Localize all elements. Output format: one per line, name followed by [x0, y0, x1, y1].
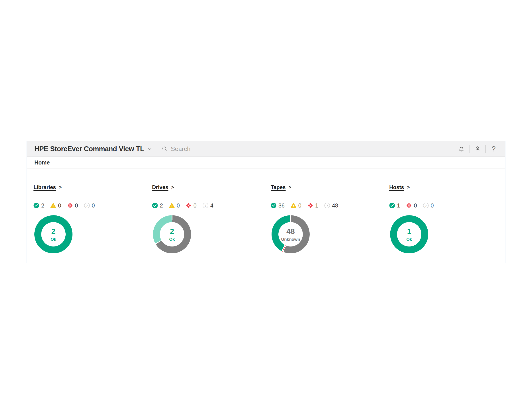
donut-center: 2 Ok [41, 222, 66, 247]
status-row: 10?0 [389, 203, 499, 208]
status-count: 0 [75, 202, 78, 209]
tapes-link[interactable]: Tapes [271, 184, 286, 190]
chevron-right-icon[interactable]: > [407, 184, 410, 190]
help-button[interactable]: ? [486, 141, 502, 157]
libraries-donut-chart: 2 Ok [34, 215, 72, 253]
donut-center-value: 2 [170, 228, 174, 235]
search-box [162, 145, 453, 153]
drives-donut-chart: 2 Ok [153, 215, 191, 253]
card-top-rule [389, 181, 499, 181]
hosts-link[interactable]: Hosts [389, 184, 404, 190]
donut-center-value: 48 [286, 228, 295, 235]
donut-center: 1 Ok [397, 222, 421, 247]
donut-center-label: Ok [406, 237, 412, 241]
svg-text:?: ? [425, 204, 427, 207]
status-item-warning: 0 [169, 202, 180, 209]
status-item-unknown: ?4 [203, 202, 214, 209]
card-header: Tapes > [271, 184, 380, 191]
warning-triangle-icon [169, 203, 175, 208]
check-circle-icon [389, 203, 395, 208]
donut-center-label: Ok [51, 237, 56, 241]
help-icon: ? [492, 145, 496, 153]
status-count: 4 [210, 202, 214, 209]
card-drives: Drives > 200?4 2 Ok [152, 181, 261, 253]
status-row: 200?0 [33, 203, 143, 208]
chevron-right-icon[interactable]: > [289, 184, 291, 190]
unknown-circle-icon: ? [324, 203, 330, 208]
donut-center: 48 Unknown [279, 222, 303, 247]
status-count: 2 [41, 202, 44, 209]
status-count: 0 [298, 202, 301, 209]
status-count: 0 [194, 202, 197, 209]
critical-diamond-icon [406, 203, 412, 208]
status-item-critical: 0 [67, 202, 78, 209]
status-count: 0 [177, 202, 180, 209]
card-tapes: Tapes > 3601?48 48 Unknown [271, 181, 380, 253]
donut-center-label: Unknown [281, 237, 300, 241]
hosts-donut-chart: 1 Ok [390, 215, 428, 253]
search-input[interactable] [170, 145, 286, 153]
breadcrumb-bar: Home [27, 157, 505, 168]
check-circle-icon [152, 203, 158, 208]
app-title-menu[interactable]: HPE StoreEver Command View TL [34, 145, 152, 153]
user-icon [474, 146, 481, 152]
page-title: HPE StoreEver Command View TL [34, 145, 144, 153]
card-top-rule [271, 181, 380, 181]
chevron-right-icon[interactable]: > [59, 184, 62, 190]
status-item-unknown: ?48 [324, 202, 338, 209]
unknown-circle-icon: ? [84, 203, 90, 208]
bell-icon [458, 146, 465, 152]
status-item-warning: 0 [291, 202, 301, 209]
status-item-ok: 1 [389, 202, 400, 209]
status-count: 48 [332, 202, 338, 209]
notifications-button[interactable] [453, 141, 469, 157]
tapes-donut-chart: 48 Unknown [272, 215, 310, 253]
card-header: Drives > [152, 184, 261, 191]
warning-triangle-icon [50, 203, 56, 208]
status-item-critical: 1 [307, 202, 318, 209]
warning-triangle-icon [291, 203, 296, 208]
status-item-critical: 0 [186, 202, 197, 209]
critical-diamond-icon [186, 203, 191, 208]
status-count: 0 [414, 202, 417, 209]
svg-text:?: ? [86, 204, 88, 207]
user-button[interactable] [469, 141, 485, 157]
donut-center-value: 1 [407, 228, 412, 235]
status-count: 0 [58, 202, 61, 209]
desktop-background: HPE StoreEver Command View TL ? [0, 0, 532, 399]
check-circle-icon [271, 203, 276, 208]
donut-center-value: 2 [51, 228, 56, 235]
status-count: 0 [431, 202, 434, 209]
header-actions: ? [453, 141, 502, 157]
card-hosts: Hosts > 10?0 1 Ok [389, 181, 499, 253]
status-row: 3601?48 [271, 203, 380, 208]
chevron-right-icon[interactable]: > [171, 184, 174, 190]
status-item-ok: 36 [271, 202, 285, 209]
search-icon [162, 146, 168, 152]
status-item-ok: 2 [33, 202, 44, 209]
svg-text:?: ? [205, 204, 206, 207]
libraries-link[interactable]: Libraries [33, 184, 56, 190]
dashboard-cards: Libraries > 200?0 2 Ok Drives > 200?4 [27, 168, 505, 253]
unknown-circle-icon: ? [423, 203, 429, 208]
unknown-circle-icon: ? [203, 203, 208, 208]
status-item-ok: 2 [152, 202, 163, 209]
status-row: 200?4 [152, 203, 261, 208]
status-count: 36 [279, 202, 285, 209]
status-count: 1 [397, 202, 400, 209]
critical-diamond-icon [67, 203, 73, 208]
breadcrumb: Home [34, 159, 50, 166]
status-count: 2 [160, 202, 163, 209]
card-header: Libraries > [33, 184, 143, 191]
status-count: 0 [92, 202, 95, 209]
chevron-down-icon [147, 146, 152, 152]
donut-center-label: Ok [169, 237, 175, 241]
status-item-unknown: ?0 [84, 202, 95, 209]
drives-link[interactable]: Drives [152, 184, 168, 190]
svg-text:?: ? [326, 204, 328, 207]
card-top-rule [33, 181, 143, 181]
status-item-unknown: ?0 [423, 202, 434, 209]
critical-diamond-icon [307, 203, 313, 208]
status-count: 1 [315, 202, 318, 209]
card-libraries: Libraries > 200?0 2 Ok [33, 181, 143, 253]
